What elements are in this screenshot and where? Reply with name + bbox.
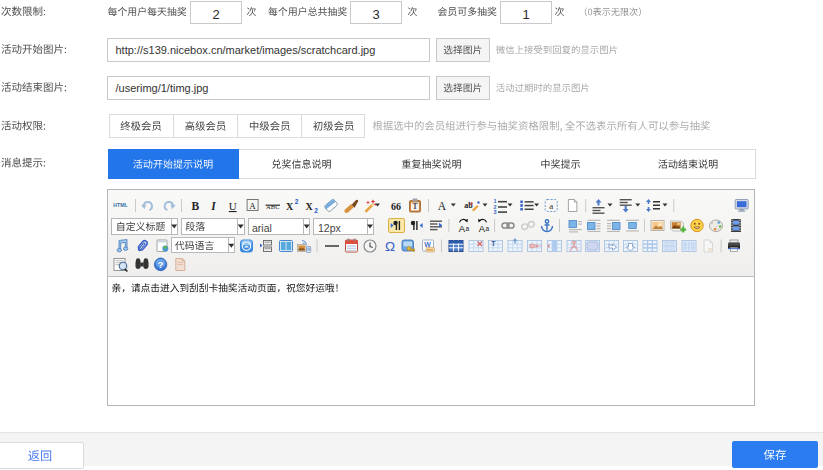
svg-text:Ω: Ω — [385, 239, 395, 254]
svg-text:3: 3 — [494, 209, 497, 215]
svg-text:B: B — [191, 200, 199, 212]
svg-text:2: 2 — [295, 198, 299, 205]
svg-text:a: a — [465, 225, 469, 232]
svg-text:HTML: HTML — [113, 202, 128, 208]
svg-text:a: a — [549, 201, 553, 211]
svg-text:X: X — [286, 201, 294, 212]
svg-text:T: T — [412, 202, 417, 211]
svg-text:U: U — [229, 200, 237, 212]
svg-text:ABC: ABC — [266, 203, 279, 210]
svg-text:?: ? — [158, 260, 164, 270]
svg-text:a: a — [485, 225, 489, 232]
svg-text:ab: ab — [464, 201, 473, 210]
svg-text:2: 2 — [314, 207, 318, 214]
svg-text:X: X — [305, 201, 313, 212]
svg-text:A: A — [249, 201, 256, 211]
svg-text:66: 66 — [391, 201, 401, 212]
svg-text:T: T — [491, 240, 496, 247]
svg-text:A: A — [438, 200, 447, 212]
svg-text:W: W — [424, 241, 431, 248]
svg-text:I: I — [210, 200, 216, 212]
